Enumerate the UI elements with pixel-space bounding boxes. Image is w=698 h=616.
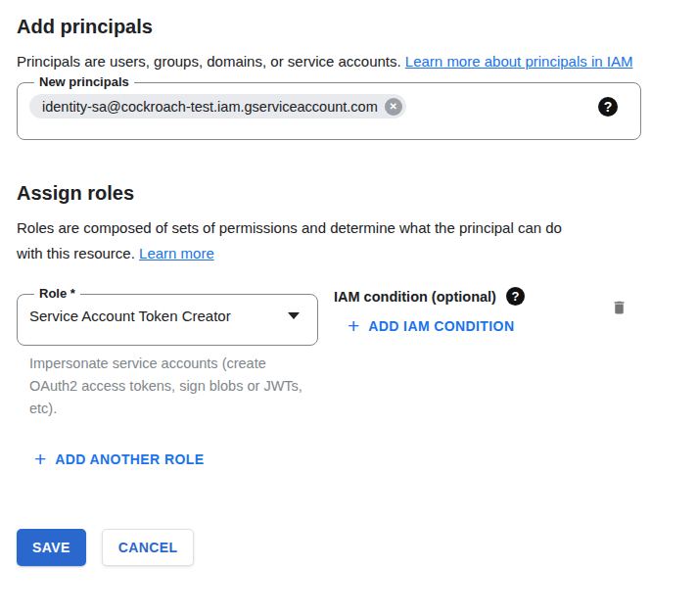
principals-description-text: Principals are users, groups, domains, o… [17,53,405,70]
add-principals-panel: Add principals Principals are users, gro… [0,15,698,566]
role-selected-value: Service Account Token Creator [29,308,231,324]
learn-more-roles-link[interactable]: Learn more [139,245,214,261]
learn-more-principals-link[interactable]: Learn more about principals in IAM [405,53,633,70]
role-row: Role * Service Account Token Creator Imp… [17,286,652,420]
dropdown-arrow-icon [288,312,300,319]
add-another-role-button[interactable]: +ADD ANOTHER ROLE [34,450,204,468]
roles-description-text: Roles are composed of sets of permission… [17,219,562,261]
roles-description: Roles are composed of sets of permission… [17,215,590,266]
delete-icon [611,298,628,317]
role-helper-text: Impersonate service accounts (create OAu… [29,353,315,420]
save-button[interactable]: SAVE [17,529,86,566]
role-value-row: Service Account Token Creator [29,306,305,324]
add-iam-condition-button[interactable]: +ADD IAM CONDITION [348,317,514,335]
iam-condition-label: IAM condition (optional) [334,289,496,305]
delete-role-button[interactable] [611,298,628,317]
cancel-button[interactable]: CANCEL [102,529,195,566]
new-principals-label: New principals [34,74,134,90]
new-principals-row: identity-sa@cockroach-test.iam.gservicea… [29,94,628,118]
role-column: Role * Service Account Token Creator Imp… [17,286,318,420]
principals-description: Principals are users, groups, domains, o… [17,49,643,74]
role-select[interactable]: Role * Service Account Token Creator [17,286,318,346]
chip-close-icon[interactable]: ✕ [385,98,402,116]
action-buttons: SAVE CANCEL [17,529,698,566]
principal-chip[interactable]: identity-sa@cockroach-test.iam.gservicea… [29,94,406,118]
plus-icon: + [348,317,359,335]
new-principals-help-icon[interactable]: ? [598,97,618,117]
role-label: Role * [34,286,80,302]
iam-condition-label-row: IAM condition (optional) ? [334,287,525,306]
add-iam-condition-label: ADD IAM CONDITION [368,318,514,334]
new-principals-field[interactable]: New principals identity-sa@cockroach-tes… [17,74,641,140]
page-title: Add principals [17,15,698,38]
assign-roles-title: Assign roles [17,181,698,205]
iam-condition-help-icon[interactable]: ? [506,287,525,306]
add-another-role-label: ADD ANOTHER ROLE [55,451,204,467]
iam-condition-column: IAM condition (optional) ? +ADD IAM COND… [334,286,525,337]
principal-chip-label: identity-sa@cockroach-test.iam.gservicea… [42,99,378,115]
plus-icon: + [34,450,46,468]
